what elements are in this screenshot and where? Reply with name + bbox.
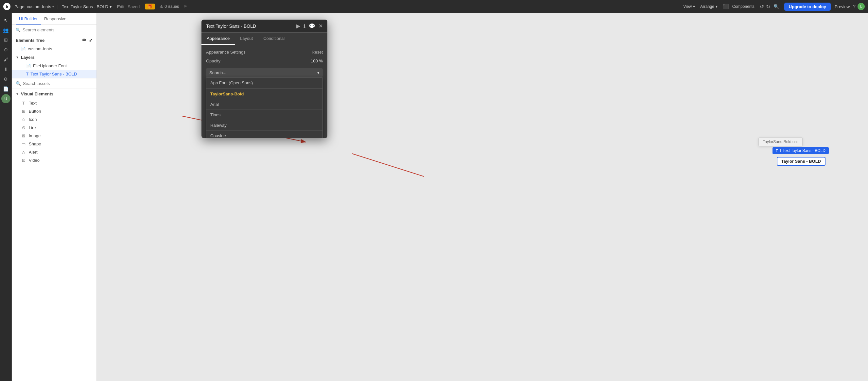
canvas-element-badge-text: T Text Taylor Sans - BOLD [779, 148, 826, 153]
text-icon: T [21, 101, 26, 106]
modal-tabs: Appearance Layout Conditional [202, 33, 328, 45]
saved-status: Saved [128, 4, 140, 9]
search-button[interactable]: 🔍 [773, 4, 779, 9]
canvas-element-type-icon: T [776, 149, 778, 152]
font-selector-trigger[interactable]: Search... ▾ [206, 68, 323, 77]
link-icon: ⊙ [21, 125, 26, 130]
sidebar-item-avatar[interactable]: U [1, 94, 10, 103]
search-assets-bar: 🔍 [12, 78, 96, 89]
element-item-alert[interactable]: △Alert [12, 148, 96, 156]
info-icon[interactable]: ℹ [304, 23, 306, 29]
view-label: View [683, 4, 692, 9]
tab-ui-builder[interactable]: UI Builder [16, 13, 41, 25]
element-item-text[interactable]: TText [12, 99, 96, 107]
font-option-1[interactable]: TaylorSans-Bold [206, 89, 322, 99]
view-chevron-icon: ▾ [693, 4, 695, 9]
svg-line-1 [352, 153, 424, 176]
gift-button[interactable]: 🎁 [145, 4, 155, 9]
tree-item-fileuploader[interactable]: 📄 FileUploader Font [12, 62, 96, 70]
fileuploader-label: FileUploader Font [33, 63, 93, 68]
expand-icon[interactable]: ⤢ [89, 38, 93, 43]
view-menu[interactable]: View ▾ [683, 4, 695, 9]
search-elements-input[interactable] [23, 28, 93, 32]
font-dropdown-chevron-icon: ▾ [317, 70, 319, 75]
video-icon: ⊡ [21, 158, 26, 163]
components-button[interactable]: Components [732, 4, 754, 9]
arrange-label: Arrange [700, 4, 714, 9]
text-element-label: Text Taylor Sans - BOLD [30, 72, 93, 76]
element-item-shape[interactable]: ▭Shape [12, 140, 96, 148]
element-item-link[interactable]: ⊙Link [12, 124, 96, 132]
tab-appearance[interactable]: Appearance [202, 33, 235, 45]
topbar: b Page: custom-fonts ▾ | Text Taylor San… [0, 0, 868, 13]
upgrade-button[interactable]: Upgrade to deploy [784, 3, 831, 11]
layers-header[interactable]: ▼ Layers [12, 53, 96, 62]
sidebar-item-data[interactable]: ⊙ [1, 45, 10, 54]
sidebar-item-brush[interactable]: 🖌 [1, 55, 10, 64]
reset-button[interactable]: Reset [312, 50, 323, 55]
issues-button[interactable]: ⚠ 0 issues [160, 4, 179, 9]
left-panel-tabs: UI Builder Responsive [12, 13, 96, 25]
image-icon: ⊠ [21, 133, 26, 138]
sidebar-item-docs[interactable]: 📄 [1, 84, 10, 94]
left-panel: UI Builder Responsive 🔍 Elements Tree 👁 … [12, 13, 97, 381]
elements-tree-header: Elements Tree 👁 ⤢ [12, 35, 96, 45]
opacity-label: Opacity [206, 59, 220, 63]
help-button[interactable]: ? [853, 4, 856, 9]
page-selector[interactable]: Page: custom-fonts ▾ [14, 4, 54, 9]
element-name: Text Taylor Sans - BOLD [62, 4, 108, 9]
font-option-4[interactable]: Raleway [206, 120, 322, 131]
element-item-video[interactable]: ⊡Video [12, 156, 96, 164]
user-avatar[interactable]: U [858, 3, 865, 10]
modal-header: Text Taylor Sans - BOLD ▶ ℹ 💬 ✕ [202, 20, 328, 33]
redo-button[interactable]: ↻ [766, 4, 770, 10]
opacity-value: 100 % [311, 59, 323, 63]
sidebar-item-settings[interactable]: ⚙ [1, 74, 10, 84]
font-option-3[interactable]: Tinos [206, 110, 322, 120]
components-label: Components [732, 4, 754, 9]
close-icon[interactable]: ✕ [318, 23, 323, 29]
eye-icon[interactable]: 👁 [82, 38, 86, 43]
preview-button[interactable]: Preview [835, 4, 850, 9]
font-option-5[interactable]: Cousine [206, 131, 322, 138]
elements-tree-label: Elements Tree [16, 38, 44, 43]
search-assets-input[interactable] [23, 81, 93, 86]
visual-elements-header[interactable]: ▼ Visual Elements [12, 89, 96, 99]
fileuploader-icon: 📄 [26, 64, 31, 68]
comment-icon[interactable]: 💬 [309, 23, 315, 29]
sidebar-item-plugin[interactable]: ⬇ [1, 65, 10, 74]
font-selector: Search... ▾ App Font (Open Sans)TaylorSa… [206, 68, 323, 77]
tab-layout[interactable]: Layout [235, 33, 258, 45]
icon-sidebar: ↖ 👥 ⊞ ⊙ 🖌 ⬇ ⚙ 📄 U [0, 13, 12, 381]
sidebar-item-layers[interactable]: ⊞ [1, 35, 10, 44]
font-option-2[interactable]: Arial [206, 99, 322, 110]
tab-responsive[interactable]: Responsive [41, 13, 70, 25]
element-item-button[interactable]: ⊞Button [12, 107, 96, 115]
gift-icon: 🎁 [148, 4, 152, 9]
warning-icon: ⚠ [160, 4, 163, 9]
issues-count: 0 issues [164, 4, 179, 9]
element-item-image[interactable]: ⊠Image [12, 132, 96, 140]
app-logo[interactable]: b [3, 3, 10, 10]
tab-conditional[interactable]: Conditional [258, 33, 290, 45]
search-elements-bar: 🔍 [12, 25, 96, 35]
modal-body: Appearance Settings Reset Opacity 100 % … [202, 45, 328, 138]
undo-button[interactable]: ↺ [760, 4, 764, 10]
separator2: ⚑ [184, 4, 187, 9]
search-assets-icon: 🔍 [16, 81, 21, 86]
tree-item-text-element[interactable]: T Text Taylor Sans - BOLD [12, 70, 96, 78]
sidebar-item-users[interactable]: 👥 [1, 26, 10, 35]
separator: | [57, 4, 58, 9]
tree-item-file[interactable]: 📄 custom-fonts [12, 45, 96, 53]
play-icon[interactable]: ▶ [296, 23, 300, 29]
sidebar-item-pointer[interactable]: ↖ [1, 16, 10, 25]
file-icon: 📄 [21, 47, 26, 51]
canvas-file-tooltip-text: TaylorSans-Bold.css [763, 140, 798, 144]
element-item-icon[interactable]: ☆Icon [12, 115, 96, 124]
font-option-0[interactable]: App Font (Open Sans) [206, 78, 322, 89]
edit-label[interactable]: Edit [117, 4, 124, 9]
opacity-row: Opacity 100 % [206, 59, 323, 63]
arrange-menu[interactable]: Arrange ▾ [700, 4, 718, 9]
canvas-element-badge[interactable]: T T Text Taylor Sans - BOLD [773, 147, 829, 154]
element-selector[interactable]: Text Taylor Sans - BOLD ▾ [62, 4, 112, 9]
